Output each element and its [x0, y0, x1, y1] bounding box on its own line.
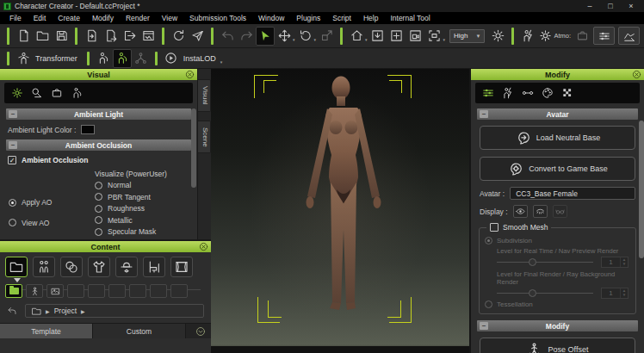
update-check-button[interactable]	[169, 27, 188, 46]
attribute-tab-icon[interactable]	[482, 87, 494, 99]
ambient-occlusion-section-header[interactable]: Ambient Occlusion	[6, 139, 191, 151]
export-button[interactable]	[120, 27, 139, 46]
visualize-roughness-radio[interactable]	[95, 205, 102, 213]
category-material-button[interactable]	[60, 257, 83, 277]
ambient-occlusion-checkbox[interactable]: ✓	[8, 156, 16, 164]
open-project-button[interactable]	[33, 27, 52, 46]
content-panel-close-icon[interactable]	[199, 242, 208, 251]
material-tab-icon[interactable]	[542, 87, 554, 99]
visual-panel-close-icon[interactable]	[185, 70, 195, 79]
back-icon[interactable]	[7, 306, 19, 316]
close-button[interactable]: ×	[622, 1, 641, 12]
import-button[interactable]	[82, 27, 101, 46]
move-tool-button[interactable]	[275, 27, 294, 46]
camera-tab-icon[interactable]	[51, 87, 63, 99]
category-cloth-button[interactable]	[88, 257, 110, 277]
menu-file[interactable]: File	[3, 12, 28, 24]
light-tab-icon[interactable]	[31, 87, 43, 99]
avatar-section-header[interactable]: Avatar	[477, 108, 638, 120]
pose-offset-button[interactable]: Pose Offset	[480, 338, 635, 353]
modify-panel-scrollbar[interactable]	[639, 121, 644, 258]
menu-script[interactable]: Script	[326, 12, 357, 24]
frame-selected-button[interactable]	[368, 27, 387, 46]
side-tab-scene[interactable]: Scene	[198, 121, 211, 154]
pose-tab-icon[interactable]	[71, 87, 83, 99]
content-panel-header[interactable]: Content	[0, 241, 211, 252]
edit-motion-button[interactable]	[113, 49, 132, 68]
bone-tab-icon[interactable]	[522, 87, 534, 99]
visualize-specular-mask-radio[interactable]	[95, 228, 102, 236]
export-document-button[interactable]	[101, 27, 120, 46]
menu-create[interactable]: Create	[52, 12, 86, 24]
apply-ao-radio[interactable]	[9, 199, 16, 207]
realtime-level-slider[interactable]	[497, 258, 593, 267]
modify-panel-close-icon[interactable]	[632, 70, 641, 79]
hierarchy-button[interactable]	[132, 49, 151, 68]
smooth-mesh-checkbox[interactable]: ✓	[490, 223, 498, 232]
render-settings-button[interactable]	[593, 27, 615, 45]
breadcrumb[interactable]: ▶ Project ▶	[25, 304, 204, 318]
edit-pose-button[interactable]	[94, 49, 113, 68]
new-project-button[interactable]	[14, 27, 33, 46]
ambient-light-section-header[interactable]: Ambient Light	[6, 108, 191, 120]
atmosphere-settings-button[interactable]	[537, 27, 554, 46]
redo-button[interactable]	[237, 27, 256, 46]
slider-knob[interactable]	[529, 289, 536, 297]
realtime-level-spinner[interactable]: 1 ▲▼	[601, 257, 629, 268]
menu-internal-tool[interactable]: Internal Tool	[384, 12, 436, 24]
menu-window[interactable]: Window	[252, 12, 290, 24]
load-neutral-base-button[interactable]: Load Neutral Base	[480, 126, 635, 150]
subfolder-project-button[interactable]	[5, 284, 22, 298]
menu-edit[interactable]: Edit	[28, 12, 53, 24]
save-project-button[interactable]	[52, 27, 71, 46]
avatar-name-input[interactable]: CC3_Base Female	[510, 187, 635, 200]
viewport-3d[interactable]	[211, 69, 469, 353]
render-image-button[interactable]	[139, 27, 158, 46]
instalod-dropdown-icon[interactable]: ▾	[220, 59, 223, 65]
category-accessory-button[interactable]	[115, 257, 138, 277]
minimize-button[interactable]: –	[580, 1, 599, 12]
modify-panel-header[interactable]: Modify	[471, 69, 644, 80]
side-tab-visual[interactable]: Visual	[198, 79, 211, 112]
final-level-spinner[interactable]: 1 ▲▼	[601, 288, 629, 299]
visualize-pbr-tangent-radio[interactable]	[95, 193, 102, 201]
category-actor-button[interactable]	[33, 257, 55, 277]
category-stage-button[interactable]	[170, 257, 193, 277]
menu-plugins[interactable]: Plugins	[290, 12, 326, 24]
category-project-button[interactable]	[5, 257, 28, 277]
modify-section-header[interactable]: Modify	[477, 320, 638, 331]
home-camera-dropdown-icon[interactable]: ▾	[365, 37, 368, 42]
category-prop-button[interactable]	[143, 257, 165, 277]
spinner-arrows-icon[interactable]: ▲▼	[620, 288, 628, 298]
subfolder-avatar-button[interactable]	[26, 284, 43, 298]
lighting-button[interactable]	[488, 27, 507, 46]
camera-frame-dropdown-icon[interactable]: ▾	[443, 37, 446, 42]
visual-settings-tab-icon[interactable]	[11, 87, 23, 99]
tab-custom[interactable]: Custom	[93, 324, 186, 338]
ibl-light-button[interactable]	[518, 27, 537, 46]
instalod-label[interactable]: InstaLOD	[183, 54, 216, 63]
final-level-slider[interactable]	[497, 289, 593, 298]
slider-knob[interactable]	[529, 258, 536, 266]
transformer-label[interactable]: Transformer	[35, 54, 77, 63]
menu-render[interactable]: Render	[120, 12, 156, 24]
visual-panel-header[interactable]: Visual	[0, 69, 197, 80]
visual-panel-scrollbar[interactable]	[191, 108, 196, 188]
camera-view-button[interactable]	[406, 27, 425, 46]
expand-tabs-icon[interactable]	[195, 326, 206, 337]
select-tool-button[interactable]	[256, 27, 275, 46]
menu-modify[interactable]: Modify	[86, 12, 120, 24]
visualize-normal-radio[interactable]	[95, 182, 102, 189]
ambient-light-color-swatch[interactable]	[81, 125, 95, 134]
rotate-tool-dropdown-icon[interactable]: ▾	[314, 37, 317, 42]
tab-template[interactable]: Template	[0, 324, 93, 338]
scale-tool-button[interactable]	[317, 27, 336, 46]
subdivision-radio[interactable]	[485, 237, 492, 245]
render-quality-select[interactable]: High ▼	[449, 29, 485, 43]
display-eye-button[interactable]	[513, 205, 528, 218]
menu-submission-tools[interactable]: Submission Tools	[183, 12, 252, 24]
transformer-icon[interactable]	[14, 49, 33, 68]
tessellation-radio[interactable]	[485, 300, 492, 308]
maximize-button[interactable]: □	[601, 1, 620, 12]
menu-view[interactable]: View	[156, 12, 183, 24]
